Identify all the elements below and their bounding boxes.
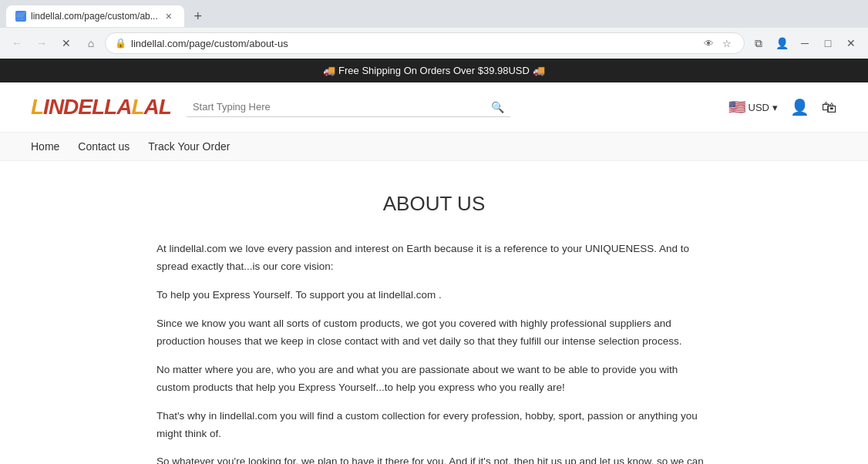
paragraph-6: So whatever you're looking for, we plan … xyxy=(156,453,712,464)
new-tab-button[interactable]: + xyxy=(187,5,209,27)
nav-track-order[interactable]: Track Your Order xyxy=(148,140,230,153)
forward-button[interactable]: → xyxy=(31,32,52,54)
site-nav: Home Contact us Track Your Order xyxy=(0,133,868,161)
tab-close-button[interactable]: × xyxy=(163,10,175,22)
top-banner: 🚚 Free Shipping On Orders Over $39.98USD… xyxy=(0,59,868,82)
extensions-button[interactable]: ⧉ xyxy=(748,32,769,54)
browser-toolbar: ← → ✕ ⌂ 🔒 lindellal.com/page/custom/abou… xyxy=(0,28,868,59)
account-icon[interactable]: 👤 xyxy=(790,98,809,116)
header-right: 🇺🇸 USD ▾ 👤 🛍 xyxy=(728,98,837,116)
paragraph-2: To help you Express Yourself. To support… xyxy=(156,287,712,304)
paragraph-1: At lindellal.com we love every passion a… xyxy=(156,240,712,276)
tab-favicon: 🛒 xyxy=(15,11,26,22)
maximize-button[interactable]: □ xyxy=(817,32,839,54)
page-title: ABOUT US xyxy=(154,192,714,216)
browser-chrome: 🛒 lindellal.com/page/custom/ab... × + ← … xyxy=(0,0,868,59)
address-text: lindellal.com/page/custom/about-us xyxy=(131,38,696,49)
currency-label: USD xyxy=(749,102,769,113)
site-logo[interactable]: LINDELLALAL xyxy=(31,95,171,119)
tab-bar: 🛒 lindellal.com/page/custom/ab... × + xyxy=(0,0,868,28)
profile-button[interactable]: 👤 xyxy=(771,32,792,54)
browser-right-buttons: ⧉ 👤 ─ □ ✕ xyxy=(748,32,862,54)
search-bar[interactable]: 🔍 xyxy=(187,98,510,117)
search-input[interactable] xyxy=(193,101,486,113)
currency-selector[interactable]: 🇺🇸 USD ▾ xyxy=(728,99,778,116)
logo-part2: INDELLA xyxy=(43,95,131,119)
address-security-icon: 🔒 xyxy=(115,38,126,49)
site-main: ABOUT US At lindellal.com we love every … xyxy=(0,161,868,464)
address-bar[interactable]: 🔒 lindellal.com/page/custom/about-us 👁 ☆ xyxy=(105,32,745,54)
home-button[interactable]: ⌂ xyxy=(80,32,102,54)
nav-contact[interactable]: Contact us xyxy=(78,140,130,153)
content-body: At lindellal.com we love every passion a… xyxy=(156,240,712,464)
chevron-down-icon: ▾ xyxy=(772,102,778,113)
tab-title: lindellal.com/page/custom/ab... xyxy=(31,11,158,22)
eye-icon[interactable]: 👁 xyxy=(701,35,716,51)
logo-part1: L xyxy=(31,95,43,119)
star-icon[interactable]: ☆ xyxy=(719,35,735,51)
cart-icon[interactable]: 🛍 xyxy=(822,99,837,116)
banner-text: 🚚 Free Shipping On Orders Over $39.98USD… xyxy=(323,65,544,76)
country-flag: 🇺🇸 xyxy=(728,99,745,116)
search-icon: 🔍 xyxy=(491,101,504,113)
minimize-button[interactable]: ─ xyxy=(794,32,816,54)
site-header: LINDELLALAL 🔍 🇺🇸 USD ▾ 👤 🛍 xyxy=(0,82,868,133)
address-bar-actions: 👁 ☆ xyxy=(701,35,735,51)
back-button[interactable]: ← xyxy=(6,32,28,54)
paragraph-3: Since we know you want all sorts of cust… xyxy=(156,315,712,351)
site-wrapper: 🚚 Free Shipping On Orders Over $39.98USD… xyxy=(0,59,868,464)
close-window-button[interactable]: ✕ xyxy=(840,32,862,54)
logo-part3: L xyxy=(131,95,143,119)
active-tab[interactable]: 🛒 lindellal.com/page/custom/ab... × xyxy=(6,5,184,27)
logo-part4: AL xyxy=(144,95,171,119)
reload-button[interactable]: ✕ xyxy=(56,32,77,54)
paragraph-5: That's why in lindellal.com you will fin… xyxy=(156,408,712,443)
paragraph-4: No matter where you are, who you are and… xyxy=(156,361,712,397)
nav-home[interactable]: Home xyxy=(31,140,59,153)
